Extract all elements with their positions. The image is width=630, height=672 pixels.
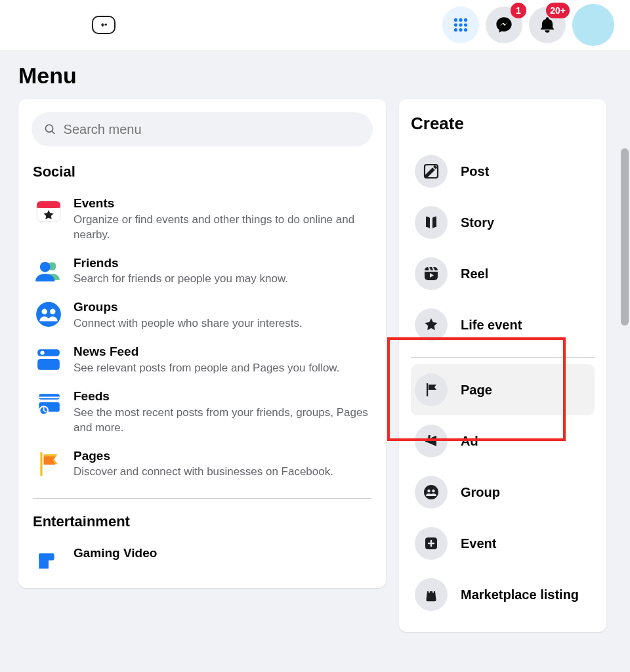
page-title: Menu bbox=[18, 63, 612, 89]
section-divider bbox=[33, 498, 371, 499]
gaming-video-icon bbox=[34, 546, 63, 575]
section-heading-social: Social bbox=[33, 163, 373, 180]
menu-item-title: Feeds bbox=[74, 389, 370, 404]
menu-item-title: Groups bbox=[74, 300, 370, 315]
create-label: Group bbox=[461, 484, 500, 500]
star-icon bbox=[415, 308, 448, 341]
svg-point-21 bbox=[50, 309, 55, 314]
create-life-event[interactable]: Life event bbox=[411, 299, 595, 350]
news-feed-icon bbox=[34, 345, 63, 373]
svg-point-37 bbox=[432, 490, 434, 492]
create-divider bbox=[411, 357, 595, 358]
edit-icon bbox=[415, 155, 448, 188]
create-label: Story bbox=[461, 215, 494, 230]
svg-point-5 bbox=[464, 18, 467, 22]
menu-grid-button[interactable] bbox=[442, 7, 479, 43]
create-page[interactable]: Page bbox=[411, 364, 595, 415]
svg-point-10 bbox=[459, 28, 462, 32]
menu-item-desc: Discover and connect with businesses on … bbox=[74, 465, 370, 480]
create-event[interactable]: Event bbox=[411, 518, 595, 569]
svg-point-7 bbox=[459, 23, 462, 26]
svg-point-35 bbox=[424, 485, 438, 499]
menu-item-desc: See relevant posts from people and Pages… bbox=[74, 361, 370, 376]
menu-item-events[interactable]: EventsOrganize or find events and other … bbox=[32, 190, 373, 249]
create-label: Event bbox=[461, 536, 496, 551]
calendar-plus-icon bbox=[415, 527, 448, 560]
notifications-badge: 20+ bbox=[546, 3, 570, 18]
svg-point-4 bbox=[459, 18, 462, 22]
search-icon bbox=[43, 122, 57, 136]
events-icon bbox=[34, 196, 63, 225]
create-label: Reel bbox=[461, 266, 488, 282]
menu-item-feeds[interactable]: FeedsSee the most recent posts from your… bbox=[32, 383, 373, 442]
pages-icon bbox=[34, 449, 63, 478]
menu-item-title: News Feed bbox=[74, 345, 370, 360]
menu-item-desc: Organize or find events and other things… bbox=[74, 213, 370, 243]
svg-point-18 bbox=[40, 262, 51, 272]
search-input[interactable] bbox=[64, 122, 361, 137]
svg-rect-31 bbox=[39, 554, 54, 561]
create-card: Create Post Story Reel Life event bbox=[399, 99, 606, 632]
section-heading-entertainment: Entertainment bbox=[33, 513, 373, 530]
menu-item-title: Pages bbox=[74, 449, 370, 464]
svg-line-13 bbox=[52, 131, 54, 134]
svg-point-20 bbox=[42, 309, 47, 314]
feeds-icon bbox=[34, 389, 63, 418]
create-label: Page bbox=[461, 382, 492, 398]
messenger-badge: 1 bbox=[511, 3, 526, 18]
menu-item-gaming-video[interactable]: Gaming Video bbox=[32, 539, 373, 581]
menu-item-news-feed[interactable]: News FeedSee relevant posts from people … bbox=[32, 338, 373, 383]
megaphone-icon bbox=[415, 425, 448, 457]
svg-point-11 bbox=[464, 28, 467, 32]
svg-point-9 bbox=[454, 28, 457, 32]
top-right-controls: 1 20+ bbox=[442, 4, 614, 46]
menu-page: Menu Social EventsOrganize or find event… bbox=[0, 50, 630, 672]
gaming-icon[interactable] bbox=[92, 16, 116, 34]
top-bar: 1 20+ bbox=[0, 0, 630, 50]
create-label: Marketplace listing bbox=[461, 587, 579, 602]
svg-rect-24 bbox=[37, 359, 60, 370]
svg-point-19 bbox=[36, 303, 61, 327]
svg-rect-16 bbox=[37, 205, 60, 208]
svg-point-23 bbox=[40, 351, 44, 355]
svg-rect-30 bbox=[40, 452, 42, 476]
create-marketplace-listing[interactable]: Marketplace listing bbox=[411, 569, 595, 620]
svg-point-12 bbox=[45, 125, 52, 132]
menu-item-pages[interactable]: PagesDiscover and connect with businesse… bbox=[32, 442, 373, 487]
menu-item-title: Friends bbox=[74, 256, 370, 271]
menu-item-title: Gaming Video bbox=[74, 546, 370, 561]
create-label: Life event bbox=[461, 317, 522, 333]
create-reel[interactable]: Reel bbox=[411, 248, 595, 299]
create-title: Create bbox=[411, 114, 595, 134]
messenger-button[interactable]: 1 bbox=[486, 7, 522, 43]
svg-rect-26 bbox=[39, 396, 60, 398]
create-label: Ad bbox=[461, 433, 478, 449]
book-icon bbox=[415, 206, 448, 239]
create-story[interactable]: Story bbox=[411, 197, 595, 248]
create-group[interactable]: Group bbox=[411, 467, 595, 518]
svg-point-36 bbox=[427, 490, 430, 492]
scrollbar[interactable] bbox=[621, 148, 629, 326]
group-icon bbox=[415, 476, 448, 509]
menu-item-desc: Connect with people who share your inter… bbox=[74, 316, 370, 331]
svg-point-3 bbox=[454, 18, 457, 22]
svg-point-2 bbox=[105, 24, 106, 25]
menu-item-groups[interactable]: GroupsConnect with people who share your… bbox=[32, 293, 373, 338]
create-ad[interactable]: Ad bbox=[411, 415, 595, 467]
menu-item-desc: See the most recent posts from your frie… bbox=[74, 406, 370, 436]
reel-icon bbox=[415, 257, 448, 290]
svg-rect-33 bbox=[425, 267, 438, 280]
svg-point-6 bbox=[454, 23, 457, 26]
menu-card: Social EventsOrganize or find events and… bbox=[18, 99, 386, 588]
friends-icon bbox=[34, 256, 63, 285]
groups-icon bbox=[34, 300, 63, 329]
notifications-button[interactable]: 20+ bbox=[529, 7, 566, 43]
create-post[interactable]: Post bbox=[411, 146, 595, 197]
menu-item-friends[interactable]: FriendsSearch for friends or people you … bbox=[32, 249, 373, 294]
menu-item-desc: Search for friends or people you may kno… bbox=[74, 272, 370, 287]
search-menu[interactable] bbox=[32, 112, 373, 146]
profile-avatar[interactable] bbox=[572, 4, 614, 46]
svg-point-8 bbox=[464, 23, 467, 26]
flag-icon bbox=[415, 373, 448, 406]
svg-rect-34 bbox=[427, 383, 428, 396]
